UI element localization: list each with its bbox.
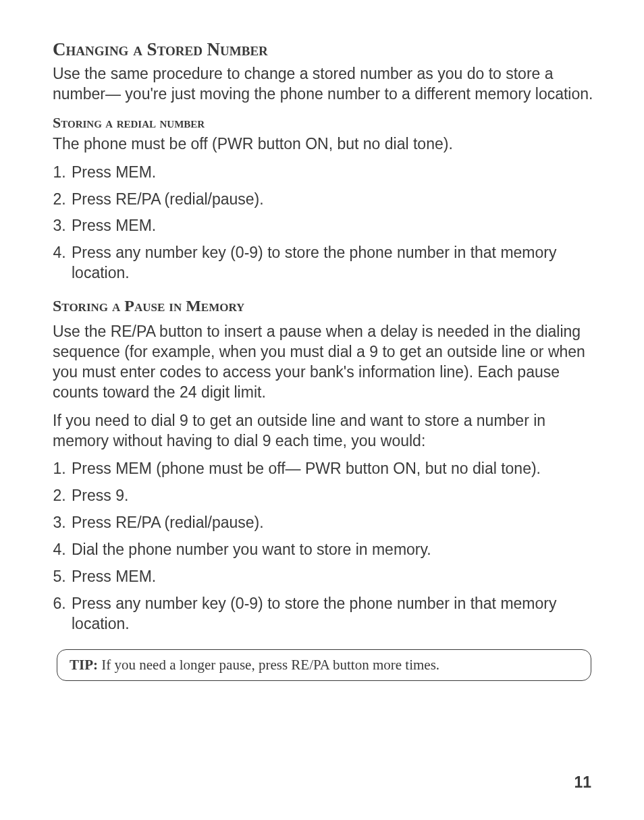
- paragraph: The phone must be off (PWR button ON, bu…: [53, 134, 595, 155]
- paragraph: Use the same procedure to change a store…: [53, 64, 595, 105]
- list-item: Press MEM.: [70, 216, 595, 236]
- list-item: Press MEM.: [70, 567, 595, 587]
- heading-storing-pause-memory: Storing a Pause in Memory: [53, 297, 595, 315]
- paragraph: If you need to dial 9 to get an outside …: [53, 411, 595, 452]
- heading-storing-redial-number: Storing a redial number: [53, 114, 595, 132]
- list-item: Press MEM.: [70, 163, 595, 183]
- steps-list: Press MEM (phone must be off— PWR button…: [53, 459, 595, 634]
- list-item: Press 9.: [70, 486, 595, 506]
- heading-changing-stored-number: Changing a Stored Number: [53, 39, 595, 60]
- document-page: Changing a Stored Number Use the same pr…: [0, 0, 644, 820]
- paragraph: Use the RE/PA button to insert a pause w…: [53, 322, 595, 403]
- page-number: 11: [574, 773, 591, 792]
- list-item: Dial the phone number you want to store …: [70, 540, 595, 560]
- tip-box: TIP: If you need a longer pause, press R…: [57, 649, 591, 681]
- list-item: Press any number key (0-9) to store the …: [70, 243, 595, 283]
- list-item: Press any number key (0-9) to store the …: [70, 594, 595, 634]
- list-item: Press RE/PA (redial/pause).: [70, 190, 595, 210]
- steps-list: Press MEM. Press RE/PA (redial/pause). P…: [53, 163, 595, 283]
- tip-text: If you need a longer pause, press RE/PA …: [98, 657, 439, 673]
- list-item: Press RE/PA (redial/pause).: [70, 513, 595, 533]
- list-item: Press MEM (phone must be off— PWR button…: [70, 459, 595, 479]
- tip-label: TIP:: [70, 657, 98, 673]
